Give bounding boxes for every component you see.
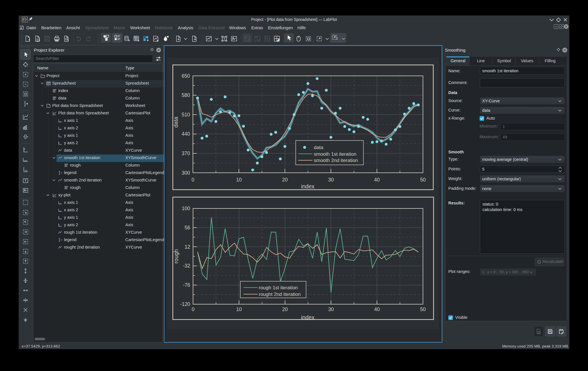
svg-text:580: 580 [182,92,190,98]
svg-text:-76: -76 [183,282,190,288]
svg-text:50: 50 [420,177,426,183]
svg-text:data: data [173,117,179,128]
svg-text:index: index [301,183,315,190]
svg-text:650: 650 [182,73,190,79]
svg-text:10: 10 [236,306,242,312]
svg-text:20: 20 [282,306,288,312]
svg-text:100: 100 [182,206,190,211]
svg-text:index: index [301,314,315,320]
svg-text:40: 40 [374,306,380,312]
svg-text:rought 2nd iteration: rought 2nd iteration [259,292,301,297]
svg-text:smooth 1st iteration: smooth 1st iteration [314,151,356,157]
svg-text:10: 10 [236,177,242,183]
svg-text:-120: -120 [180,301,190,307]
svg-text:440: 440 [182,131,190,137]
svg-text:370: 370 [182,151,190,156]
svg-text:0: 0 [192,177,194,183]
svg-text:56: 56 [185,225,190,231]
svg-text:rough 1st iteration: rough 1st iteration [259,285,298,290]
svg-text:510: 510 [182,112,190,118]
svg-text:0: 0 [192,306,194,312]
svg-text:300: 300 [182,170,190,176]
svg-text:40: 40 [374,177,380,183]
svg-text:20: 20 [282,177,288,183]
svg-text:30: 30 [328,306,334,312]
svg-text:smooth 2nd iteration: smooth 2nd iteration [314,158,358,163]
svg-text:-32: -32 [183,263,190,269]
svg-text:data: data [314,145,324,150]
svg-text:rough: rough [173,249,179,263]
svg-text:30: 30 [328,177,334,183]
svg-text:12: 12 [185,244,190,250]
svg-text:50: 50 [420,306,426,312]
